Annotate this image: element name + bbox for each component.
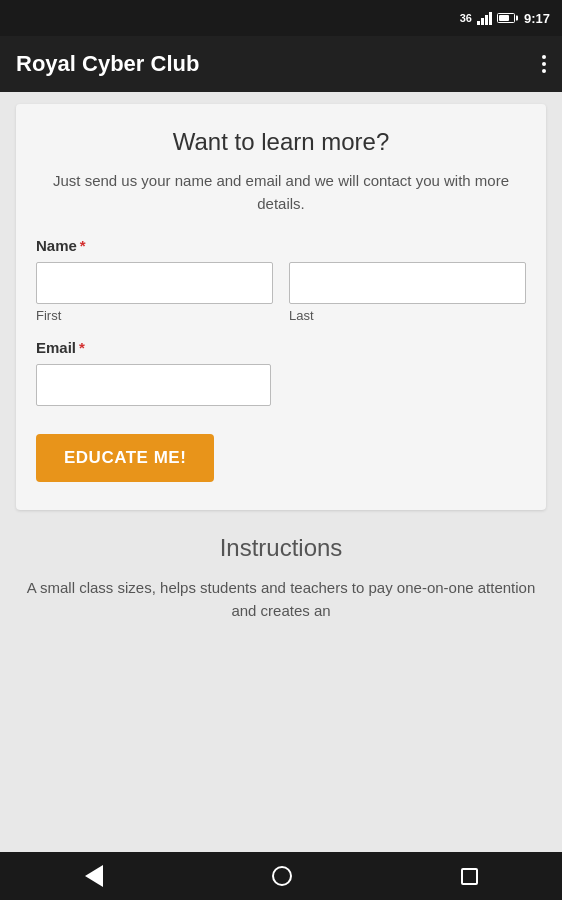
status-icons: 36 9:17 xyxy=(460,11,550,26)
more-options-icon[interactable] xyxy=(542,55,546,73)
last-name-col: Last xyxy=(289,262,526,323)
main-content: Want to learn more? Just send us your na… xyxy=(0,92,562,852)
name-row: First Last xyxy=(36,262,526,323)
signal-bars-icon xyxy=(477,11,492,25)
nav-recents-button[interactable] xyxy=(461,868,478,885)
app-title: Royal Cyber Club xyxy=(16,51,199,77)
app-bar: Royal Cyber Club xyxy=(0,36,562,92)
back-icon xyxy=(85,865,103,887)
email-input[interactable] xyxy=(36,364,271,406)
form-heading: Want to learn more? xyxy=(36,128,526,156)
last-name-sublabel: Last xyxy=(289,308,526,323)
form-subtext: Just send us your name and email and we … xyxy=(36,170,526,215)
instructions-section: Instructions A small class sizes, helps … xyxy=(16,534,546,623)
nav-home-button[interactable] xyxy=(272,866,292,886)
name-label: Name * xyxy=(36,237,526,254)
email-required-star: * xyxy=(79,339,85,356)
form-card: Want to learn more? Just send us your na… xyxy=(16,104,546,510)
name-required-star: * xyxy=(80,237,86,254)
signal-text: 36 xyxy=(460,12,472,24)
first-name-col: First xyxy=(36,262,273,323)
nav-back-button[interactable] xyxy=(85,865,103,887)
email-section: Email * xyxy=(36,339,526,406)
battery-fill xyxy=(499,15,510,21)
bottom-nav-bar xyxy=(0,852,562,900)
email-label: Email * xyxy=(36,339,526,356)
instructions-text: A small class sizes, helps students and … xyxy=(20,576,542,623)
status-time: 9:17 xyxy=(524,11,550,26)
first-name-input[interactable] xyxy=(36,262,273,304)
home-icon xyxy=(272,866,292,886)
battery-icon xyxy=(497,13,515,23)
first-name-sublabel: First xyxy=(36,308,273,323)
recents-icon xyxy=(461,868,478,885)
last-name-input[interactable] xyxy=(289,262,526,304)
educate-me-button[interactable]: Educate Me! xyxy=(36,434,214,482)
status-bar: 36 9:17 xyxy=(0,0,562,36)
instructions-heading: Instructions xyxy=(20,534,542,562)
